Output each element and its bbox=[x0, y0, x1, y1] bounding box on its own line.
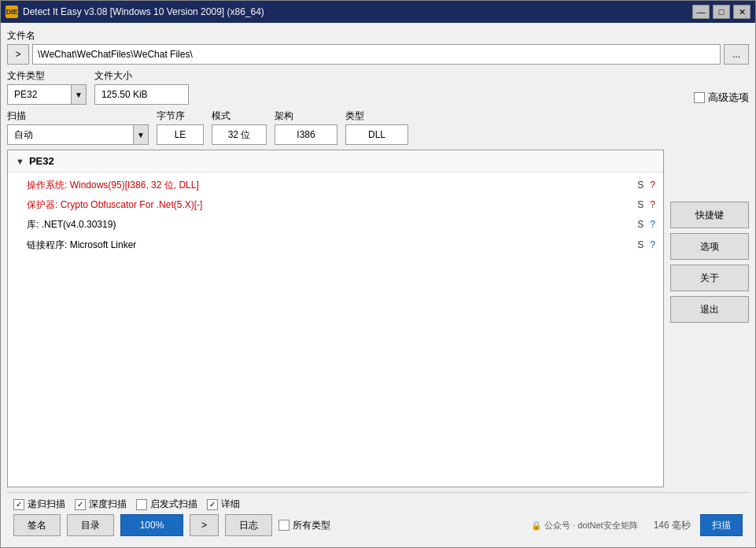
file-path-input[interactable] bbox=[32, 44, 721, 65]
filetype-label: 文件类型 bbox=[7, 69, 87, 83]
advanced-label: 高级选项 bbox=[708, 91, 749, 105]
title-bar: DIE Detect It Easy v3.08 [Windows 10 Ver… bbox=[1, 1, 755, 23]
scan-value: 自动 bbox=[8, 127, 133, 143]
filetype-value: PE32 bbox=[8, 87, 71, 102]
main-panel: ▼ PE32 操作系统: Windows(95)[I386, 32 位, DLL… bbox=[7, 150, 749, 487]
type-group: 类型 DLL bbox=[345, 109, 408, 145]
filetype-arrow[interactable]: ▼ bbox=[71, 85, 86, 104]
result-s-3[interactable]: S bbox=[637, 238, 644, 253]
main-content: 文件名 > ... 文件类型 PE32 ▼ 文件大小 125.50 KiB bbox=[1, 23, 755, 547]
results-header-text: PE32 bbox=[29, 155, 54, 167]
exit-button[interactable]: 退出 bbox=[670, 296, 749, 323]
byteorder-group: 字节序 LE bbox=[157, 109, 204, 145]
arch-label: 架构 bbox=[275, 109, 337, 123]
filetype-dropdown[interactable]: PE32 ▼ bbox=[7, 84, 87, 105]
heuristic-scan-label: 启发式扫描 bbox=[150, 498, 197, 511]
advanced-checkbox[interactable] bbox=[694, 92, 705, 103]
result-actions-0: S ? bbox=[637, 178, 655, 193]
result-q-1[interactable]: ? bbox=[650, 198, 655, 213]
filename-section: 文件名 > ... bbox=[7, 29, 749, 65]
app-icon: DIE bbox=[6, 6, 18, 18]
type-value: DLL bbox=[345, 124, 408, 145]
result-s-2[interactable]: S bbox=[637, 217, 644, 232]
advanced-options-group: 高级选项 bbox=[694, 91, 749, 105]
progress-button[interactable]: 100% bbox=[120, 514, 183, 536]
recursive-scan-checkbox[interactable] bbox=[13, 499, 24, 510]
dir-button[interactable]: 目录 bbox=[67, 514, 114, 536]
results-list: 操作系统: Windows(95)[I386, 32 位, DLL] S ? 保… bbox=[8, 172, 663, 487]
verbose-group: 详细 bbox=[207, 498, 240, 511]
bottom-row1: 递归扫描 深度扫描 启发式扫描 详细 bbox=[13, 498, 743, 511]
filesize-group: 文件大小 125.50 KiB bbox=[94, 69, 189, 105]
maximize-button[interactable]: □ bbox=[713, 5, 730, 19]
bottom-bar: 递归扫描 深度扫描 启发式扫描 详细 签名 目录 100% bbox=[7, 492, 749, 541]
shortcut-button[interactable]: 快捷键 bbox=[670, 202, 749, 228]
watermark-text: 🔒 公众号 · dotNet安全矩阵 bbox=[531, 520, 638, 531]
type-label: 类型 bbox=[345, 109, 408, 123]
recursive-scan-label: 递归扫描 bbox=[28, 498, 65, 511]
result-s-1[interactable]: S bbox=[637, 198, 644, 213]
result-q-2[interactable]: ? bbox=[650, 217, 655, 232]
collapse-button[interactable]: ▼ bbox=[16, 157, 24, 166]
deep-scan-group: 深度扫描 bbox=[75, 498, 127, 511]
results-panel: ▼ PE32 操作系统: Windows(95)[I386, 32 位, DLL… bbox=[7, 150, 664, 487]
filesize-label: 文件大小 bbox=[94, 69, 189, 83]
result-text-3: 链接程序: Microsoft Linker bbox=[27, 238, 637, 253]
right-panel: 快捷键 选项 关于 退出 bbox=[670, 150, 749, 487]
recursive-scan-group: 递归扫描 bbox=[13, 498, 65, 511]
browse-button[interactable]: ... bbox=[724, 44, 749, 65]
filename-label: 文件名 bbox=[7, 29, 749, 43]
mode-label: 模式 bbox=[212, 109, 267, 123]
minimize-button[interactable]: — bbox=[692, 5, 710, 19]
heuristic-scan-checkbox[interactable] bbox=[136, 499, 147, 510]
sign-button[interactable]: 签名 bbox=[13, 514, 61, 536]
verbose-checkbox[interactable] bbox=[207, 499, 218, 510]
result-item: 链接程序: Microsoft Linker S ? bbox=[8, 235, 663, 255]
log-button[interactable]: 日志 bbox=[225, 514, 272, 536]
filesize-value: 125.50 KiB bbox=[94, 84, 189, 105]
all-types-label: 所有类型 bbox=[293, 519, 330, 532]
main-window: DIE Detect It Easy v3.08 [Windows 10 Ver… bbox=[0, 0, 756, 548]
scan-button[interactable]: 扫描 bbox=[700, 514, 743, 536]
bottom-row2: 签名 目录 100% > 日志 所有类型 🔒 公众号 · dotNet安全矩阵 … bbox=[13, 514, 743, 536]
results-header: ▼ PE32 bbox=[8, 150, 663, 172]
all-types-group: 所有类型 bbox=[278, 519, 330, 532]
result-q-3[interactable]: ? bbox=[650, 238, 655, 253]
file-row: > ... bbox=[7, 44, 749, 65]
scan-label: 扫描 bbox=[7, 109, 149, 123]
window-controls: — □ ✕ bbox=[692, 5, 750, 19]
time-label: 146 毫秒 bbox=[654, 519, 691, 532]
result-actions-1: S ? bbox=[637, 198, 655, 213]
progress-next-button[interactable]: > bbox=[190, 514, 219, 536]
deep-scan-label: 深度扫描 bbox=[89, 498, 127, 511]
result-s-0[interactable]: S bbox=[637, 178, 644, 193]
path-toggle-button[interactable]: > bbox=[7, 44, 29, 65]
options-button[interactable]: 选项 bbox=[670, 233, 749, 260]
about-button[interactable]: 关于 bbox=[670, 265, 749, 291]
watermark: 🔒 公众号 · dotNet安全矩阵 bbox=[531, 520, 638, 531]
result-actions-3: S ? bbox=[637, 238, 655, 253]
scan-row: 扫描 自动 ▼ 字节序 LE 模式 32 位 架构 I386 类型 DLL bbox=[7, 109, 749, 145]
result-item: 库: .NET(v4.0.30319) S ? bbox=[8, 215, 663, 235]
result-item: 保护器: Crypto Obfuscator For .Net(5.X)[-] … bbox=[8, 195, 663, 215]
result-text-0: 操作系统: Windows(95)[I386, 32 位, DLL] bbox=[27, 178, 637, 193]
heuristic-scan-group: 启发式扫描 bbox=[136, 498, 197, 511]
close-button[interactable]: ✕ bbox=[733, 5, 750, 19]
result-item: 操作系统: Windows(95)[I386, 32 位, DLL] S ? bbox=[8, 176, 663, 195]
filetype-group: 文件类型 PE32 ▼ bbox=[7, 69, 87, 105]
arch-value: I386 bbox=[275, 124, 337, 145]
scan-group: 扫描 自动 ▼ bbox=[7, 109, 149, 145]
byteorder-value: LE bbox=[157, 124, 204, 145]
result-text-2: 库: .NET(v4.0.30319) bbox=[27, 217, 637, 232]
result-actions-2: S ? bbox=[637, 217, 655, 232]
result-text-1: 保护器: Crypto Obfuscator For .Net(5.X)[-] bbox=[27, 198, 637, 213]
result-q-0[interactable]: ? bbox=[650, 178, 655, 193]
scan-dropdown-widget[interactable]: 自动 ▼ bbox=[7, 124, 149, 145]
mode-group: 模式 32 位 bbox=[212, 109, 267, 145]
mode-value: 32 位 bbox=[212, 124, 267, 145]
deep-scan-checkbox[interactable] bbox=[75, 499, 86, 510]
arch-group: 架构 I386 bbox=[275, 109, 337, 145]
verbose-label: 详细 bbox=[221, 498, 240, 511]
scan-arrow[interactable]: ▼ bbox=[133, 125, 148, 144]
all-types-checkbox[interactable] bbox=[278, 520, 289, 531]
